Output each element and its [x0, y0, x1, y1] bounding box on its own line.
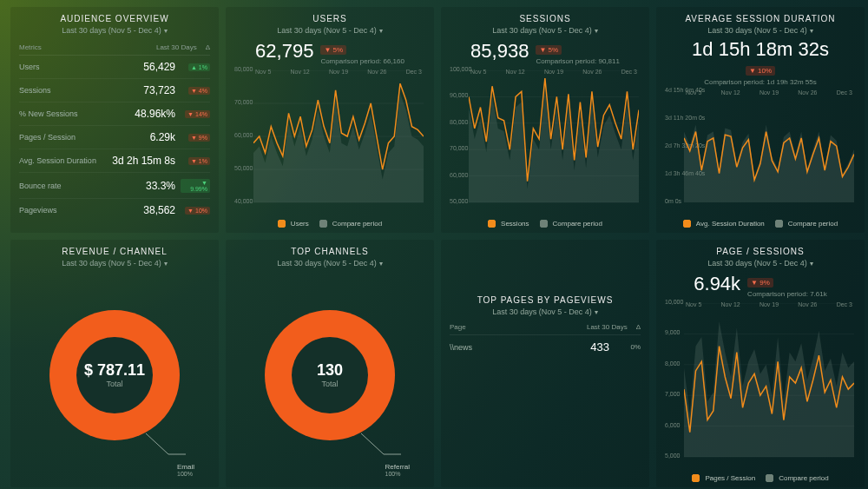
metric-label: Avg. Session Duration	[19, 156, 112, 165]
date-range-selector[interactable]: Last 30 days (Nov 5 - Dec 4)▾	[234, 26, 425, 35]
panel-title: TOP PAGES BY PAGEVIEWS	[450, 295, 641, 305]
donut-total-label: Total	[317, 380, 343, 388]
chevron-down-icon: ▾	[379, 260, 383, 268]
delta-badge: ▼ 10%	[185, 207, 210, 215]
table-row: Avg. Session Duration 3d 2h 15m 8s ▼ 1%	[19, 149, 210, 173]
sessions-chart: 50,00060,00070,00080,00090,000100,000Nov…	[450, 69, 641, 216]
pagesess-chart: 5,0006,0007,0008,0009,00010,000Nov 5Nov …	[665, 301, 856, 471]
chevron-down-icon: ▾	[164, 260, 168, 268]
panel-title: TOP CHANNELS	[234, 247, 425, 256]
date-range-selector[interactable]: Last 30 days (Nov 5 - Dec 4)▾	[19, 259, 210, 268]
legend-compare-toggle[interactable]: Compare period	[319, 220, 382, 228]
comparison-text: Comparison period: 90,811	[536, 57, 620, 65]
users-chart: 40,00050,00060,00070,00080,000Nov 5Nov 1…	[234, 69, 425, 216]
panel-revenue-channel: REVENUE / CHANNEL Last 30 days (Nov 5 - …	[10, 240, 219, 487]
chevron-down-icon: ▾	[164, 27, 168, 35]
donut-value: $ 787.11	[84, 361, 145, 380]
panel-top-pages: TOP PAGES BY PAGEVIEWS Last 30 days (Nov…	[441, 240, 649, 487]
leader-line	[358, 432, 401, 461]
panel-avg-session-duration: AVERAGE SESSION DURATION Last 30 days (N…	[656, 7, 865, 233]
metric-value: 33.3%	[146, 180, 175, 192]
page-path: \\news	[450, 343, 472, 352]
legend-series-toggle[interactable]: Pages / Session	[692, 474, 755, 482]
table-header: Page Last 30 Days Δ	[450, 323, 641, 335]
panel-title: USERS	[234, 14, 425, 23]
leader-line	[142, 432, 186, 461]
panel-page-sessions: PAGE / SESSIONS Last 30 days (Nov 5 - De…	[656, 240, 865, 487]
legend-compare-toggle[interactable]: Compare period	[775, 220, 838, 228]
metric-label: Pageviews	[19, 206, 143, 215]
legend-series-toggle[interactable]: Users	[278, 220, 309, 228]
donut-segment-label: Referral100%	[385, 463, 410, 477]
table-header: Metrics Last 30 Days Δ	[19, 43, 210, 56]
date-range-selector[interactable]: Last 30 days (Nov 5 - Dec 4)▾	[234, 259, 425, 268]
sessions-value: 85,938	[470, 40, 529, 63]
users-value: 62,795	[255, 40, 313, 63]
metric-value: 48.96k%	[135, 108, 175, 120]
date-range-selector[interactable]: Last 30 days (Nov 5 - Dec 4)▾	[19, 26, 210, 35]
metric-label: Bounce rate	[19, 182, 146, 190]
delta-badge: ▼ 9.99%	[181, 179, 210, 193]
chevron-down-icon: ▾	[379, 27, 383, 35]
date-range-selector[interactable]: Last 30 days (Nov 5 - Dec 4)▾	[665, 259, 856, 268]
delta-badge: ▲ 1%	[188, 63, 210, 71]
table-row: Pageviews 38,562 ▼ 10%	[19, 199, 210, 221]
delta-badge: ▼ 4%	[188, 87, 210, 95]
table-row: Sessions 73,723 ▼ 4%	[19, 79, 210, 102]
panel-audience-overview: AUDIENCE OVERVIEW Last 30 days (Nov 5 - …	[10, 7, 219, 233]
donut-total-label: Total	[84, 380, 145, 388]
panel-title: PAGE / SESSIONS	[665, 247, 856, 256]
date-range-selector[interactable]: Last 30 days (Nov 5 - Dec 4)▾	[665, 26, 856, 35]
table-row: \\news 433 0%	[450, 335, 641, 359]
metric-label: Users	[19, 63, 143, 71]
avg-duration-value: 1d 15h 18m 32s	[665, 38, 856, 61]
panel-sessions: SESSIONS Last 30 days (Nov 5 - Dec 4)▾ 8…	[441, 7, 649, 233]
comparison-text: Comparison period: 1d 19h 32m 55s	[665, 78, 856, 86]
metric-value: 56,429	[143, 61, 175, 73]
chevron-down-icon: ▾	[810, 260, 813, 268]
donut-chart: $ 787.11 Total	[49, 310, 180, 440]
metric-value: 6.29k	[150, 131, 175, 143]
duration-chart: 0m 0s1d 3h 46m 40s2d 7h 33m 20s3d 11h 20…	[665, 89, 856, 216]
panel-title: AVERAGE SESSION DURATION	[665, 14, 856, 23]
date-range-selector[interactable]: Last 30 days (Nov 5 - Dec 4)▾	[450, 307, 641, 316]
date-range-selector[interactable]: Last 30 days (Nov 5 - Dec 4)▾	[450, 26, 641, 35]
comparison-text: Comparison period: 66,160	[320, 57, 404, 65]
metric-label: Pages / Session	[19, 133, 150, 142]
legend-series-toggle[interactable]: Avg. Session Duration	[683, 220, 765, 228]
legend-compare-toggle[interactable]: Compare period	[540, 220, 602, 228]
delta-badge: ▼ 5%	[320, 45, 346, 55]
metric-label: % New Sessions	[19, 109, 135, 118]
table-row: % New Sessions 48.96k% ▼ 14%	[19, 102, 210, 126]
panel-title: REVENUE / CHANNEL	[19, 247, 210, 256]
page-value: 433	[590, 340, 609, 354]
panel-title: AUDIENCE OVERVIEW	[19, 14, 210, 23]
table-row: Users 56,429 ▲ 1%	[19, 56, 210, 79]
delta-badge: ▼ 9%	[188, 134, 210, 142]
chevron-down-icon: ▾	[595, 308, 598, 316]
panel-users: USERS Last 30 days (Nov 5 - Dec 4)▾ 62,7…	[226, 7, 434, 233]
chevron-down-icon: ▾	[595, 27, 598, 35]
delta-badge: ▼ 10%	[746, 66, 775, 76]
metric-value: 38,562	[143, 204, 175, 216]
legend-series-toggle[interactable]: Sessions	[488, 220, 529, 228]
delta-badge: ▼ 14%	[185, 110, 210, 118]
metric-value: 73,723	[143, 84, 175, 96]
delta-badge: ▼ 9%	[747, 278, 773, 287]
table-row: Pages / Session 6.29k ▼ 9%	[19, 126, 210, 149]
panel-top-channels: TOP CHANNELS Last 30 days (Nov 5 - Dec 4…	[226, 240, 434, 487]
donut-segment-label: Email100%	[177, 463, 194, 477]
metric-value: 3d 2h 15m 8s	[112, 155, 175, 167]
panel-title: SESSIONS	[450, 14, 641, 23]
donut-chart: 130 Total	[265, 310, 395, 440]
donut-value: 130	[317, 361, 343, 380]
delta-badge: ▼ 1%	[188, 157, 210, 165]
metric-label: Sessions	[19, 86, 143, 95]
delta-badge: ▼ 5%	[536, 45, 562, 55]
pagesess-value: 6.94k	[694, 273, 740, 295]
table-row: Bounce rate 33.3% ▼ 9.99%	[19, 173, 210, 199]
comparison-text: Comparison period: 7.61k	[747, 290, 827, 298]
legend-compare-toggle[interactable]: Compare period	[766, 474, 828, 482]
chevron-down-icon: ▾	[810, 27, 813, 35]
page-delta: 0%	[616, 343, 641, 351]
